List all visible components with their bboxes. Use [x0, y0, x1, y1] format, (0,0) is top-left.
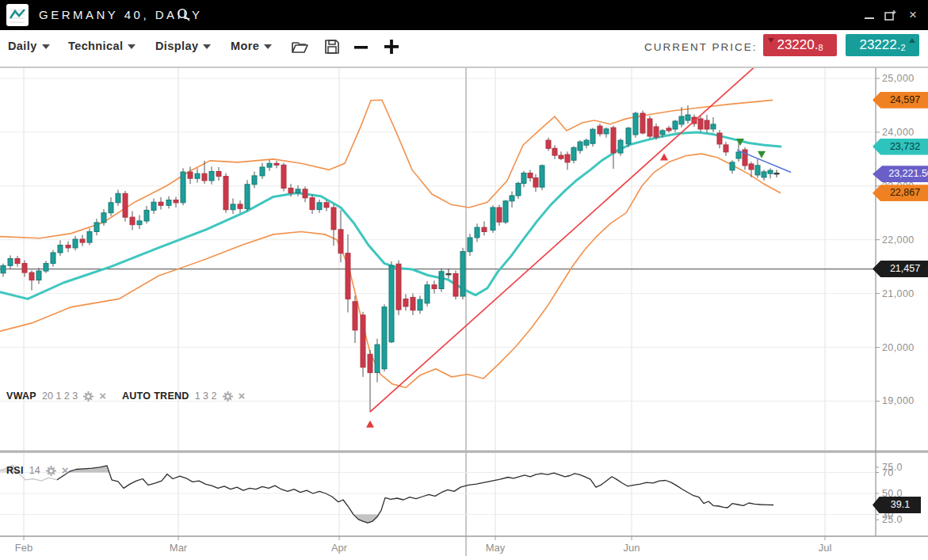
gear-icon — [46, 466, 56, 476]
price-up-icon — [909, 38, 915, 43]
zoom-out-icon[interactable] — [353, 40, 370, 55]
rsi-remove-button[interactable]: × — [62, 466, 69, 475]
legend-overlays: VWAP 20 1 2 3 × AUTO TREND 1 3 2 × — [6, 390, 245, 402]
close-button[interactable]: × — [903, 0, 923, 30]
vwap-label: VWAP — [6, 390, 36, 402]
rsi-params: 14 — [29, 465, 40, 476]
current-price-label: CURRENT PRICE: — [644, 41, 758, 53]
popout-button[interactable] — [880, 0, 901, 30]
search-icon[interactable] — [176, 7, 192, 23]
rsi-label: RSI — [6, 465, 24, 476]
menu-display-label: Display — [155, 40, 198, 52]
chevron-down-icon — [203, 44, 211, 49]
chevron-down-icon — [264, 44, 272, 49]
open-folder-icon[interactable] — [290, 37, 309, 56]
menu-more-label: More — [231, 40, 259, 52]
zoom-in-icon[interactable] — [383, 37, 400, 56]
price-chart[interactable] — [0, 0, 928, 560]
buy-price-button[interactable]: 23222.2 — [846, 34, 919, 56]
auto-trend-params: 1 3 2 — [195, 390, 217, 402]
minimize-icon — [865, 17, 874, 19]
price-down-icon — [768, 38, 774, 43]
popout-icon — [884, 10, 897, 21]
vwap-params: 20 1 2 3 — [42, 390, 78, 402]
vwap-settings-button[interactable] — [83, 391, 94, 402]
app-logo-icon — [6, 4, 29, 26]
title-bar: GERMANY 40, DAILY × — [0, 0, 928, 30]
buy-price-int: 23222. — [859, 37, 900, 53]
menu-display[interactable]: Display — [155, 40, 211, 52]
legend-rsi: RSI 14 × — [6, 465, 68, 476]
sell-price-dec: 8 — [818, 43, 823, 52]
menu-technical-label: Technical — [68, 40, 123, 52]
minimize-button[interactable] — [860, 0, 879, 30]
trading-app-window: { "titlebar": { "title": "GERMANY 40, DA… — [0, 0, 928, 560]
auto-trend-label: AUTO TREND — [122, 390, 189, 402]
toolbar: Daily Technical Display More CURRENT PRI… — [0, 30, 928, 68]
rsi-settings-button[interactable] — [46, 466, 56, 476]
auto-trend-settings-button[interactable] — [223, 391, 233, 402]
chevron-down-icon — [42, 44, 50, 49]
save-icon[interactable] — [323, 37, 342, 56]
menu-timeframe[interactable]: Daily — [8, 40, 50, 52]
vwap-remove-button[interactable]: × — [99, 391, 106, 401]
buy-price-dec: 2 — [900, 43, 905, 52]
gear-icon — [223, 391, 233, 402]
menu-timeframe-label: Daily — [8, 40, 37, 52]
sell-price-int: 23220. — [777, 37, 818, 53]
menu-more[interactable]: More — [231, 40, 272, 52]
menu-technical[interactable]: Technical — [68, 40, 136, 52]
chevron-down-icon — [128, 44, 136, 49]
gear-icon — [83, 391, 94, 402]
sell-price-button[interactable]: 23220.8 — [763, 34, 837, 56]
auto-trend-remove-button[interactable]: × — [239, 391, 246, 401]
